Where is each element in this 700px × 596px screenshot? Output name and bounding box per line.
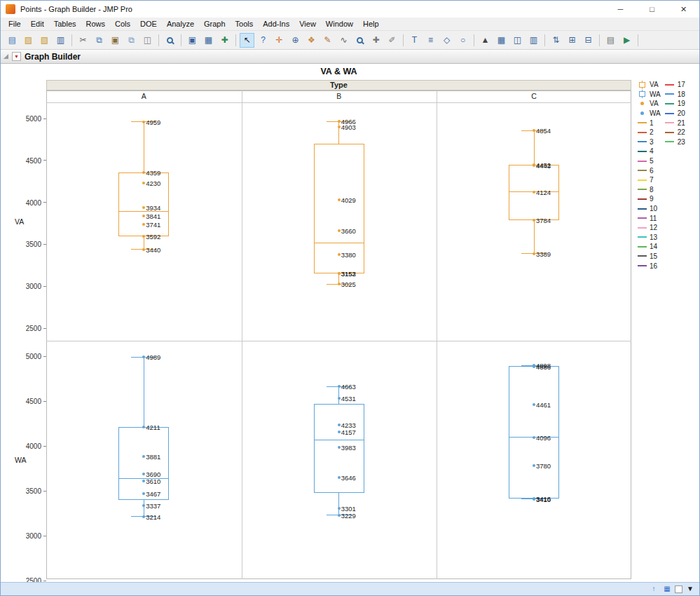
lasso-tool-icon[interactable]: ∿ [336,33,351,48]
lock-icon[interactable]: ◫ [140,33,155,48]
data-point[interactable] [533,403,535,406]
layout-icon[interactable]: ▦ [201,33,216,48]
open-recent-icon[interactable]: ▧ [37,33,52,48]
legend-item-19[interactable]: 19 [664,99,685,109]
hierarchy-icon[interactable]: ▲ [478,33,493,48]
close-button[interactable]: ✕ [668,1,699,18]
minimize-button[interactable]: ─ [605,1,636,18]
copy-icon[interactable]: ⧉ [92,33,107,48]
open-icon[interactable]: ▨ [21,33,36,48]
legend-item-15[interactable]: 15 [636,252,661,262]
data-point[interactable] [338,446,341,449]
data-point[interactable] [533,191,535,194]
legend-item-14[interactable]: 14 [636,242,661,252]
y-axis-label-wa[interactable]: WA [15,456,27,464]
cut-icon[interactable]: ✂ [76,33,90,48]
paste-icon[interactable]: ▣ [108,33,123,48]
column-switcher-icon[interactable]: ▥ [526,33,541,48]
legend-item-18[interactable]: 18 [664,90,685,100]
menu-help[interactable]: Help [358,18,384,29]
globe-tool-icon[interactable]: ⊕ [288,33,303,48]
menu-graph[interactable]: Graph [199,18,231,29]
menu-addins[interactable]: Add-Ins [258,18,294,29]
data-point[interactable] [338,514,341,517]
legend-item-21[interactable]: 21 [664,118,685,128]
data-point[interactable] [338,431,341,433]
red-triangle-menu-icon[interactable]: ▼ [12,52,21,61]
update-icon[interactable]: ⊟ [581,33,596,48]
crosshair-tool-icon[interactable]: ✛ [272,33,287,48]
data-point[interactable] [338,424,341,426]
legend-item-11[interactable]: 11 [636,213,661,223]
legend-item-13[interactable]: 13 [636,233,661,243]
data-point[interactable] [142,515,145,518]
arrow-tool-icon[interactable]: ↖ [240,33,254,48]
magnifier-tool-icon[interactable] [352,33,367,48]
data-point[interactable] [533,498,535,501]
box-plot-box-wa-a[interactable] [118,427,169,500]
data-point[interactable] [338,120,341,123]
y-axis-label-va[interactable]: VA [15,217,24,226]
legend-item-7[interactable]: 7 [636,175,661,185]
menu-tools[interactable]: Tools [231,18,259,29]
legend-item-22[interactable]: 22 [664,128,685,137]
legend-item-10[interactable]: 10 [636,204,661,214]
legend-item-va[interactable]: VA [636,80,661,90]
data-point[interactable] [338,385,341,388]
legend-item-1[interactable]: 1 [636,118,661,128]
menu-doe[interactable]: DOE [135,18,162,29]
menu-tables[interactable]: Tables [49,18,81,29]
data-point[interactable] [142,248,145,251]
menu-edit[interactable]: Edit [26,18,49,29]
data-point[interactable] [338,283,341,285]
data-point[interactable] [142,171,145,174]
data-point[interactable] [338,229,341,232]
save-icon[interactable]: ▥ [53,33,68,48]
data-point[interactable] [142,473,145,475]
data-point[interactable] [142,223,145,226]
float-window-icon[interactable]: ↑ [648,584,659,595]
box-plot-box-wa-c[interactable] [509,366,559,499]
menu-view[interactable]: View [294,18,321,29]
data-grid-icon[interactable]: ▦ [661,584,673,595]
menu-cols[interactable]: Cols [110,18,135,29]
table-search-icon[interactable]: ◫ [510,33,525,48]
help-tool-icon[interactable]: ? [256,33,270,48]
new-journal-icon[interactable]: ▤ [5,33,20,48]
data-point[interactable] [533,164,535,167]
data-point[interactable] [338,198,341,201]
legend-item-16[interactable]: 16 [636,261,661,271]
disclosure-triangle-icon[interactable] [4,54,8,59]
line-annotation-icon[interactable]: ≡ [423,33,438,48]
statusbar-dropdown-icon[interactable]: ▼ [685,584,696,595]
hand-tool-icon[interactable]: ❖ [304,33,319,48]
background-color-swatch[interactable] [675,585,682,593]
legend-item-5[interactable]: 5 [636,156,661,166]
copy-picture-icon[interactable]: ▣ [185,33,200,48]
data-point[interactable] [533,252,535,255]
menu-rows[interactable]: Rows [81,18,111,29]
legend-item-wa[interactable]: WA [636,90,661,100]
join-icon[interactable]: ⊞ [565,33,579,48]
data-point[interactable] [533,365,535,368]
legend-item-12[interactable]: 12 [636,223,661,233]
menu-analyze[interactable]: Analyze [162,18,199,29]
brush-tool-icon[interactable]: ✎ [320,33,335,48]
data-point[interactable] [338,126,341,128]
maximize-button[interactable]: □ [636,1,668,18]
sort-icon[interactable]: ⇅ [549,33,563,48]
legend-item-9[interactable]: 9 [636,194,661,204]
legend-item-20[interactable]: 20 [664,109,685,118]
menu-file[interactable]: File [4,18,26,29]
legend-item-4[interactable]: 4 [636,147,661,156]
search-icon[interactable] [163,33,177,48]
scribble-tool-icon[interactable]: ✐ [385,33,399,48]
data-point[interactable] [338,397,341,400]
polygon-annotation-icon[interactable]: ◇ [439,33,454,48]
data-point[interactable] [533,436,535,439]
copy-special-icon[interactable]: ⧉ [124,33,139,48]
legend-item-2[interactable]: 2 [636,128,661,137]
data-point[interactable] [338,253,341,256]
data-point[interactable] [338,272,341,275]
grid-view-icon[interactable]: ▦ [494,33,509,48]
